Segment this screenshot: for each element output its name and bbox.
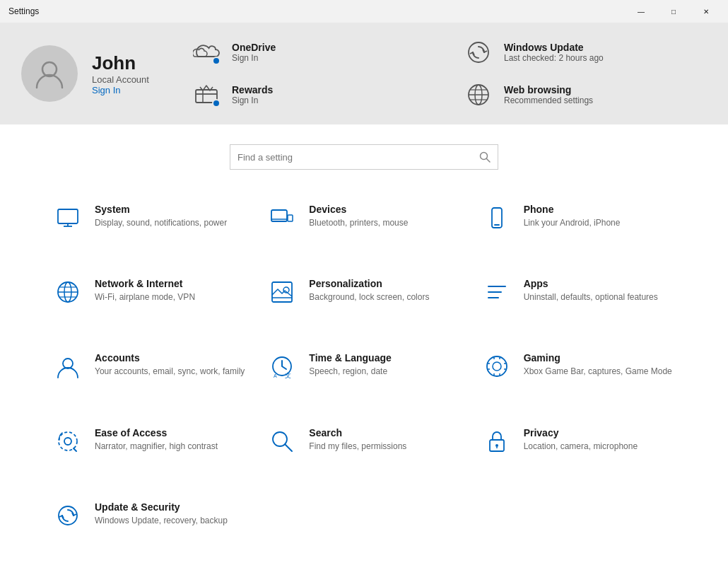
onedrive-dot	[212, 57, 221, 65]
setting-item-search[interactable]: Search Find my files, permissions	[257, 414, 471, 489]
privacy-subtitle: Location, camera, microphone	[524, 441, 674, 453]
avatar	[21, 45, 78, 102]
time-icon: A 文	[268, 352, 296, 380]
svg-line-48	[285, 444, 292, 451]
privacy-text: Privacy Location, camera, microphone	[524, 427, 674, 453]
setting-item-apps[interactable]: Apps Uninstall, defaults, optional featu…	[471, 265, 686, 339]
windows-update-title: Windows Update	[504, 42, 604, 53]
rewards-subtitle: Sign In	[232, 95, 273, 105]
profile-name: John	[92, 52, 149, 74]
setting-item-time[interactable]: A 文 Time & Language Speech, region, date	[257, 339, 471, 414]
web-browsing-subtitle: Recommended settings	[504, 95, 593, 105]
gaming-subtitle: Xbox Game Bar, captures, Game Mode	[524, 366, 674, 378]
rewards-text: Rewards Sign In	[232, 84, 273, 105]
onedrive-icon	[191, 37, 222, 68]
personalization-text: Personalization Background, lock screen,…	[309, 278, 459, 303]
profile-account-type: Local Account	[92, 74, 149, 85]
phone-subtitle: Link your Android, iPhone	[524, 217, 674, 229]
apps-text: Apps Uninstall, defaults, optional featu…	[524, 278, 674, 303]
setting-item-ease[interactable]: Ease of Access Narrator, magnifier, high…	[42, 414, 257, 489]
close-button[interactable]: ✕	[690, 0, 722, 23]
web-browsing-text: Web browsing Recommended settings	[504, 84, 593, 105]
web-browsing-service[interactable]: Web browsing Recommended settings	[463, 79, 707, 110]
update-text: Update & Security Windows Update, recove…	[95, 501, 245, 527]
apps-icon	[483, 278, 511, 306]
setting-item-update[interactable]: Update & Security Windows Update, recove…	[42, 489, 257, 563]
maximize-button[interactable]: □	[657, 0, 690, 23]
search-subtitle: Find my files, permissions	[309, 441, 459, 453]
network-icon	[54, 278, 82, 306]
devices-icon	[268, 204, 296, 232]
ease-title: Ease of Access	[95, 427, 245, 438]
profile-section: John Local Account Sign In	[21, 45, 163, 102]
privacy-title: Privacy	[524, 427, 674, 438]
svg-rect-12	[58, 209, 78, 223]
search-text: Search Find my files, permissions	[309, 427, 459, 453]
phone-text: Phone Link your Android, iPhone	[524, 204, 674, 229]
accounts-title: Accounts	[95, 352, 245, 363]
gaming-icon	[483, 352, 511, 380]
profile-header: John Local Account Sign In	[0, 23, 728, 124]
network-subtitle: Wi-Fi, airplane mode, VPN	[95, 291, 245, 303]
app-title: Settings	[8, 6, 39, 16]
system-subtitle: Display, sound, notifications, power	[95, 217, 245, 229]
window-controls: — □ ✕	[625, 0, 722, 23]
onedrive-service[interactable]: OneDrive Sign In	[191, 37, 435, 68]
update-title: Update & Security	[95, 501, 245, 513]
setting-item-system[interactable]: System Display, sound, notifications, po…	[42, 191, 257, 265]
setting-item-network[interactable]: Network & Internet Wi-Fi, airplane mode,…	[42, 265, 257, 339]
service-column-left: OneDrive Sign In	[191, 37, 435, 110]
windows-update-service[interactable]: Windows Update Last checked: 2 hours ago	[463, 37, 707, 68]
apps-subtitle: Uninstall, defaults, optional features	[524, 291, 674, 303]
gaming-text: Gaming Xbox Game Bar, captures, Game Mod…	[524, 352, 674, 378]
svg-point-36	[493, 362, 501, 371]
ease-subtitle: Narrator, magnifier, high contrast	[95, 441, 245, 453]
svg-point-31	[63, 359, 73, 368]
setting-item-privacy[interactable]: Privacy Location, camera, microphone	[471, 414, 686, 489]
onedrive-title: OneDrive	[232, 42, 276, 53]
phone-icon	[483, 204, 511, 232]
setting-item-devices[interactable]: Devices Bluetooth, printers, mouse	[257, 191, 471, 265]
windows-update-text: Windows Update Last checked: 2 hours ago	[504, 42, 604, 63]
apps-title: Apps	[524, 278, 674, 289]
time-title: Time & Language	[309, 352, 459, 363]
onedrive-text: OneDrive Sign In	[232, 42, 276, 63]
title-bar: Settings — □ ✕	[0, 0, 728, 23]
svg-line-11	[487, 159, 491, 163]
update-icon	[54, 501, 82, 530]
phone-title: Phone	[524, 204, 674, 215]
privacy-icon	[483, 427, 511, 455]
system-title: System	[95, 204, 245, 215]
svg-point-46	[64, 438, 71, 445]
devices-title: Devices	[309, 204, 459, 215]
svg-rect-16	[288, 215, 293, 221]
rewards-service[interactable]: Rewards Sign In	[191, 79, 435, 110]
setting-item-accounts[interactable]: Accounts Your accounts, email, sync, wor…	[42, 339, 257, 414]
personalization-icon	[268, 278, 296, 306]
search-input[interactable]	[237, 152, 474, 163]
network-text: Network & Internet Wi-Fi, airplane mode,…	[95, 278, 245, 303]
header-services: OneDrive Sign In	[191, 37, 707, 110]
svg-point-50	[495, 444, 498, 447]
web-browsing-title: Web browsing	[504, 84, 593, 95]
system-icon	[54, 204, 82, 232]
onedrive-subtitle: Sign In	[232, 53, 276, 63]
system-text: System Display, sound, notifications, po…	[95, 204, 245, 229]
setting-item-phone[interactable]: Phone Link your Android, iPhone	[471, 191, 686, 265]
search-box[interactable]	[230, 144, 498, 170]
setting-item-personalization[interactable]: Personalization Background, lock screen,…	[257, 265, 471, 339]
ease-icon	[54, 427, 82, 455]
search-icon	[479, 151, 491, 163]
rewards-dot	[212, 99, 221, 107]
rewards-title: Rewards	[232, 84, 273, 95]
time-text: Time & Language Speech, region, date	[309, 352, 459, 378]
accounts-subtitle: Your accounts, email, sync, work, family	[95, 366, 245, 378]
setting-item-gaming[interactable]: Gaming Xbox Game Bar, captures, Game Mod…	[471, 339, 686, 414]
search-section	[0, 124, 728, 184]
settings-grid: System Display, sound, notifications, po…	[0, 184, 728, 570]
rewards-icon	[191, 79, 222, 110]
network-title: Network & Internet	[95, 278, 245, 289]
minimize-button[interactable]: —	[625, 0, 657, 23]
profile-signin-link[interactable]: Sign In	[92, 85, 149, 95]
personalization-subtitle: Background, lock screen, colors	[309, 291, 459, 303]
